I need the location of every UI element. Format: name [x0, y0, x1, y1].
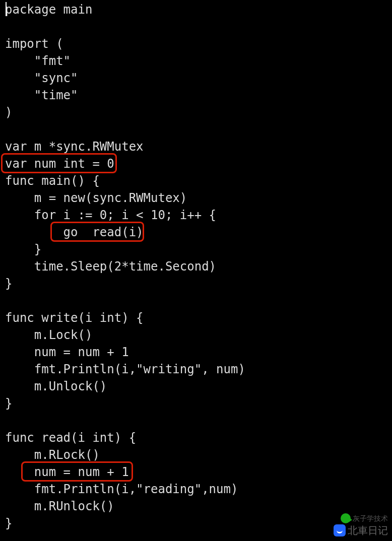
- text-cursor: [6, 2, 7, 16]
- code-block[interactable]: package main import ( "fmt" "sync" "time…: [0, 0, 392, 537]
- code-text: package main import ( "fmt" "sync" "time…: [5, 3, 245, 530]
- code-editor: package main import ( "fmt" "sync" "time…: [0, 0, 392, 541]
